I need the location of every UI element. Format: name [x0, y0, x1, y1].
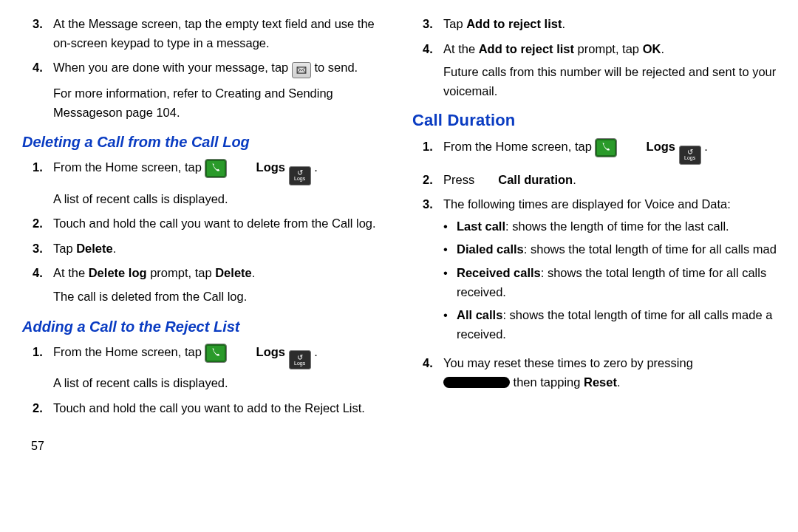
- list-item: 3. The following times are displayed for…: [421, 195, 798, 348]
- list-item: 3. Tap Delete.: [31, 239, 384, 259]
- list-item: 3. At the Message screen, tap the empty …: [31, 15, 384, 52]
- send-message-icon: [292, 62, 311, 78]
- item-body: At the Message screen, tap the empty tex…: [53, 15, 384, 52]
- list-item: 4. When you are done with your message, …: [31, 58, 384, 78]
- redacted-button-icon: [443, 377, 510, 388]
- top-list-right: 3. Tap Add to reject list. 4. At the Add…: [421, 15, 798, 100]
- duration-bullets: •Last call: shows the length of time for…: [443, 217, 798, 344]
- list-item: 2. Touch and hold the call you want to d…: [31, 214, 384, 233]
- bullet-item: •Last call: shows the length of time for…: [443, 217, 798, 236]
- list-item: 2. Touch and hold the call you want to a…: [31, 399, 384, 418]
- left-column: 3. At the Message screen, tap the empty …: [0, 15, 399, 532]
- logs-icon: ↺Logs: [679, 146, 701, 165]
- item-number: 3.: [31, 15, 53, 52]
- reject-list: 1. From the Home screen, tap Logs ↺Logs …: [31, 343, 384, 418]
- right-column: 3. Tap Add to reject list. 4. At the Add…: [399, 15, 798, 532]
- list-item: 4. You may reset these times to zero by …: [421, 354, 798, 392]
- bullet-item: •Dialed calls: shows the total length of…: [443, 240, 798, 259]
- list-item: 1. From the Home screen, tap Logs ↺Logs …: [421, 137, 798, 165]
- bullet-item: •All calls: shows the total length of ti…: [443, 306, 798, 344]
- item-number: 4.: [31, 58, 53, 78]
- logs-icon: ↺Logs: [289, 350, 311, 369]
- section-heading-delete: Deleting a Call from the Call Log: [22, 134, 384, 151]
- section-heading-duration: Call Duration: [412, 111, 798, 130]
- phone-icon: [205, 159, 227, 178]
- list-item: 1. From the Home screen, tap Logs ↺Logs …: [31, 158, 384, 208]
- duration-list-1: 1. From the Home screen, tap Logs ↺Logs …: [421, 137, 798, 392]
- top-list-left: 3. At the Message screen, tap the empty …: [31, 15, 384, 78]
- phone-icon: [205, 344, 227, 363]
- section-heading-reject: Adding a Call to the Reject List: [22, 318, 384, 335]
- list-item: 4. At the Delete log prompt, tap Delete.…: [31, 264, 384, 306]
- delete-list: 1. From the Home screen, tap Logs ↺Logs …: [31, 158, 384, 306]
- logs-icon: ↺Logs: [289, 166, 311, 185]
- list-item: 3. Tap Add to reject list.: [421, 15, 798, 34]
- phone-icon: [595, 138, 617, 157]
- bullet-item: •Received calls: shows the total length …: [443, 264, 798, 301]
- list-item: 4. At the Add to reject list prompt, tap…: [421, 40, 798, 101]
- page-number: 57: [31, 440, 384, 453]
- page-root: 3. At the Message screen, tap the empty …: [0, 0, 798, 532]
- item-body: When you are done with your message, tap…: [53, 58, 384, 78]
- list-item: 2. Press Call duration.: [421, 171, 798, 190]
- list-item: 1. From the Home screen, tap Logs ↺Logs …: [31, 343, 384, 393]
- footer-paragraph: For more information, refer to Creating …: [31, 84, 384, 122]
